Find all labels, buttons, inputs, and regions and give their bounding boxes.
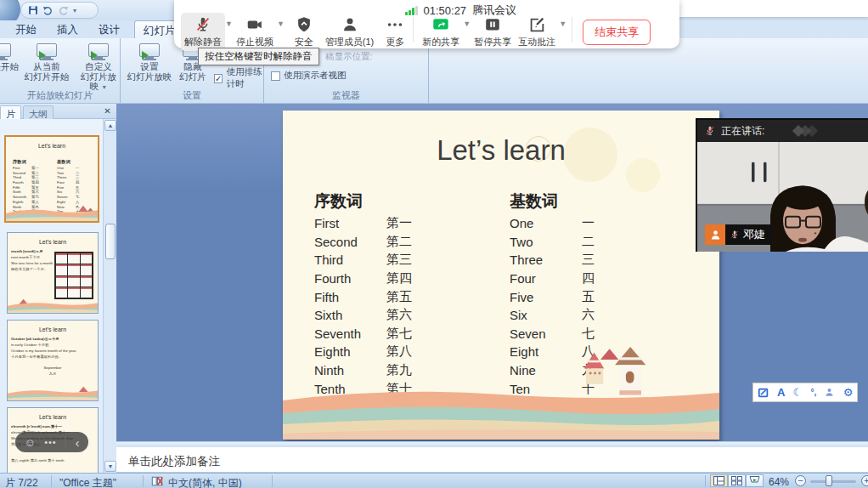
- ime-person-icon[interactable]: [824, 387, 835, 398]
- custom-label-2: 幻灯片放映: [81, 71, 116, 91]
- vocab-zh: 四: [582, 270, 595, 287]
- slideshow-view-icon: [749, 476, 760, 485]
- normal-view-button[interactable]: [710, 474, 728, 487]
- theme-indicator[interactable]: "Office 主题": [59, 476, 116, 488]
- thumbnail-scrollbar[interactable]: ▲ ▼: [103, 119, 116, 473]
- thumbnail-slide-october[interactable]: Let's learn October [ɒkˈtəʊbə(r)] n.十月 i…: [7, 320, 99, 401]
- setup-slideshow-icon: [138, 43, 161, 61]
- setup-slideshow-button[interactable]: 设置 幻灯片放映: [124, 43, 175, 82]
- scroll-down-icon[interactable]: ▼: [104, 461, 116, 472]
- share-dropdown-icon[interactable]: ▼: [463, 20, 471, 28]
- close-panel-icon[interactable]: ✕: [102, 106, 113, 117]
- custom-slideshow-button[interactable]: 自定义 幻灯片放映 ▼: [76, 43, 121, 92]
- reactions-mini-bar[interactable]: ☺ ••• ‹: [15, 432, 88, 452]
- slideshow-icon: [0, 43, 12, 61]
- vocab-zh: 二: [582, 234, 595, 250]
- ime-language-bar[interactable]: A ☾ °, ⚙: [752, 383, 858, 402]
- hide-label-2: 幻灯片: [179, 72, 206, 82]
- scrollbar-thumb[interactable]: [105, 224, 116, 259]
- thumb-waves-decoration: [8, 385, 98, 400]
- manage-members-button[interactable]: 管理成员(1): [322, 13, 377, 51]
- moon-icon[interactable]: ☾: [793, 386, 803, 399]
- vocab-en: Second: [314, 235, 386, 249]
- meeting-video-panel[interactable]: 正在讲话: 邓婕: [696, 118, 868, 252]
- meeting-logo-icon: [787, 125, 821, 137]
- mic-muted-icon: [730, 230, 740, 240]
- ime-settings-icon[interactable]: ⚙: [843, 386, 854, 399]
- security-button[interactable]: 安全: [291, 13, 317, 51]
- vocab-row: Five 五: [510, 287, 595, 306]
- video-panel-header: 正在讲话:: [697, 120, 868, 142]
- unmute-label: 解除静音: [184, 36, 222, 48]
- new-share-button[interactable]: 新的共享: [419, 13, 463, 51]
- annotate-dropdown-icon[interactable]: ▼: [559, 20, 566, 28]
- end-share-button[interactable]: 结束共享: [583, 20, 651, 45]
- checkbox-unchecked-icon: [271, 71, 280, 81]
- more-reactions-icon[interactable]: •••: [44, 437, 57, 447]
- vocab-row: Two 二: [510, 233, 595, 252]
- slide-sorter-view-button[interactable]: [728, 474, 746, 487]
- vocab-en: Fourth: [314, 271, 386, 286]
- presenter-view-checkbox[interactable]: 使用演示者视图: [271, 70, 347, 82]
- zoom-in-button[interactable]: +: [861, 475, 868, 486]
- ime-letter-icon[interactable]: A: [777, 386, 785, 399]
- vocab-row: Third 第三: [314, 251, 412, 270]
- spellcheck-icon[interactable]: [151, 475, 163, 487]
- undo-icon[interactable]: [42, 5, 54, 16]
- qat-customize-icon[interactable]: ▾: [73, 7, 76, 14]
- from-current-label-1: 从当前: [33, 62, 60, 71]
- mic-muted-icon: [194, 15, 212, 34]
- redo-icon[interactable]: [58, 5, 69, 16]
- cardinals-header: 基数词: [510, 190, 595, 214]
- notes-splitter[interactable]: [116, 441, 868, 447]
- toolbar-divider: [413, 17, 414, 43]
- pause-share-button[interactable]: 暂停共享: [471, 13, 515, 51]
- video-dropdown-icon[interactable]: ▼: [277, 20, 285, 28]
- smiley-icon[interactable]: ☺: [24, 436, 35, 449]
- ribbon-tab[interactable]: 设计: [88, 20, 130, 38]
- current-slide[interactable]: Let’s learn 序数词 First 第一 Second 第二: [283, 111, 719, 440]
- vocab-row: Fourth 第四: [314, 270, 412, 288]
- vocab-en: Third: [314, 253, 386, 267]
- annotate-button[interactable]: 互动批注: [515, 13, 559, 51]
- vocab-row: Seven 七: [510, 325, 595, 343]
- thumbnail-slide-month[interactable]: Let's learn month [mʌnθ] n.月 next month下…: [7, 232, 99, 314]
- language-indicator[interactable]: 中文(简体, 中国): [168, 476, 242, 488]
- ribbon-tab[interactable]: 开始: [5, 20, 47, 38]
- thumb-line: eleventh [ɪˈlevnθ] num.第十一: [8, 423, 98, 429]
- quick-access-toolbar: ▾: [20, 2, 99, 19]
- stop-video-button[interactable]: 停止视频: [233, 13, 277, 51]
- houses-decoration: [582, 347, 674, 401]
- tab-slides[interactable]: 片: [0, 105, 21, 119]
- vocab-zh: 第七: [386, 326, 412, 342]
- thumbnail-slide-7-selected[interactable]: Let's learn 序数词 First第一Second第二Third第三Fo…: [4, 135, 99, 223]
- notes-pane[interactable]: 单击此处添加备注: [116, 447, 868, 473]
- zoom-slider-track[interactable]: [810, 480, 856, 483]
- camera-icon: [245, 15, 264, 34]
- slide-number-indicator: 片 7/22: [5, 476, 38, 488]
- punctuation-icon[interactable]: °,: [810, 388, 816, 397]
- unmute-button[interactable]: 解除静音: [181, 13, 225, 51]
- rehearse-timings-checkbox[interactable]: ✓ 使用排练计时: [214, 66, 263, 90]
- save-icon[interactable]: [28, 5, 38, 15]
- from-current-slide-button[interactable]: 从当前 幻灯片开始: [19, 43, 75, 82]
- more-button[interactable]: 更多: [382, 13, 408, 51]
- presenter-view-label: 使用演示者视图: [284, 70, 347, 82]
- handwriting-icon[interactable]: [758, 387, 769, 399]
- meeting-toolbar: 01:50:27 腾讯会议 解除静音 ▼ 停止视频 ▼ 安全 管理成员(1): [174, 0, 679, 48]
- thumb-line: October is my favorite month of the year…: [8, 348, 98, 354]
- vocab-en: Seven: [510, 326, 582, 341]
- zoom-slider-thumb[interactable]: [826, 475, 832, 486]
- mic-muted-icon: [704, 125, 716, 137]
- scroll-up-icon[interactable]: ▲: [104, 120, 116, 131]
- tab-outline[interactable]: 大纲: [23, 105, 54, 119]
- pill-divider: [65, 436, 66, 448]
- more-dots-icon: [386, 15, 404, 34]
- slideshow-icon: [87, 43, 110, 61]
- zoom-out-button[interactable]: −: [795, 475, 806, 486]
- thumb-waves-decoration: [8, 298, 98, 313]
- unmute-dropdown-icon[interactable]: ▼: [225, 20, 233, 28]
- slideshow-view-button[interactable]: [746, 474, 764, 487]
- ribbon-tab[interactable]: 插入: [47, 20, 88, 38]
- collapse-icon[interactable]: ‹: [76, 435, 80, 450]
